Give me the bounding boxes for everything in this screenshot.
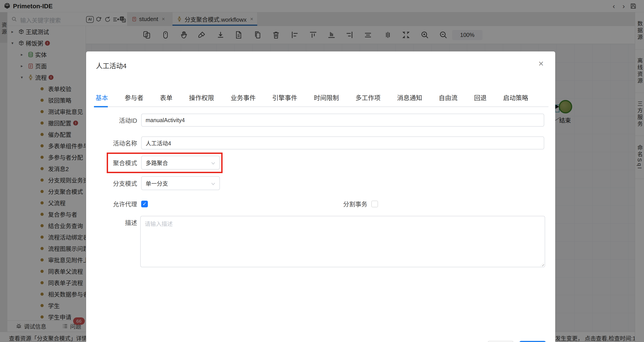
field-row-allow-delegate: 允许代理 ✓ [100, 200, 148, 208]
dialog-title: 人工活动4 [96, 60, 126, 70]
field-row-split-transaction: 分割事务 [342, 200, 378, 208]
dialog-tab-bar: 基本 参与者 表单 操作权限 业务事件 引擎事件 时间限制 多工作项 消息通知 … [96, 93, 528, 102]
description-textarea[interactable]: 请输入描述 [140, 216, 545, 267]
dialog-tab[interactable]: 时间限制 [314, 93, 339, 102]
dialog-tab[interactable]: 自由流 [439, 93, 458, 102]
field-label: 活动ID [100, 116, 137, 124]
activity-dialog: 人工活动4 × 基本 参与者 表单 操作权限 业务事件 引擎事件 时间限制 多工… [86, 52, 555, 342]
field-label: 描述 [100, 218, 137, 227]
tab-divider [94, 106, 548, 107]
field-label: 聚合模式 [100, 158, 137, 167]
cancel-button[interactable] [488, 341, 514, 342]
close-icon[interactable]: × [538, 59, 544, 68]
activity-id-input[interactable]: manualActivity4 [141, 114, 544, 126]
field-row-branch-mode: 分支模式 单一分支 [100, 176, 220, 190]
chevron-down-icon [210, 181, 216, 186]
activity-name-input[interactable]: 人工活动4 [141, 136, 544, 150]
field-label: 允许代理 [100, 200, 137, 208]
dialog-tab[interactable]: 操作权限 [189, 93, 214, 102]
confirm-button[interactable] [520, 341, 546, 342]
dialog-tab[interactable]: 引擎事件 [272, 93, 297, 102]
field-row-activity-name: 活动名称 人工活动4 [100, 136, 544, 150]
dialog-tab[interactable]: 业务事件 [230, 93, 256, 102]
chevron-down-icon [210, 160, 216, 166]
aggregation-mode-select[interactable]: 多路聚合 [141, 156, 220, 170]
field-row-aggregation-mode: 聚合模式 多路聚合 [100, 156, 220, 170]
select-value: 单一分支 [146, 179, 168, 187]
split-transaction-checkbox[interactable] [371, 201, 378, 207]
dialog-tab[interactable]: 参与者 [124, 93, 144, 102]
allow-delegate-checkbox[interactable]: ✓ [141, 201, 148, 207]
field-label: 分割事务 [342, 200, 367, 208]
field-row-activity-id: 活动ID manualActivity4 [100, 114, 544, 126]
field-label: 分支模式 [100, 179, 137, 188]
select-value: 多路聚合 [146, 158, 168, 167]
field-label: 活动名称 [100, 139, 137, 148]
dialog-tab[interactable]: 基本 [96, 93, 108, 102]
dialog-tab[interactable]: 启动策略 [503, 93, 528, 102]
dialog-tab[interactable]: 多工作项 [356, 93, 380, 102]
dialog-tab[interactable]: 回退 [474, 93, 486, 102]
active-tab-indicator [94, 106, 108, 107]
branch-mode-select[interactable]: 单一分支 [141, 176, 220, 190]
dialog-tab[interactable]: 表单 [160, 93, 172, 102]
dialog-tab[interactable]: 消息通知 [397, 93, 422, 102]
